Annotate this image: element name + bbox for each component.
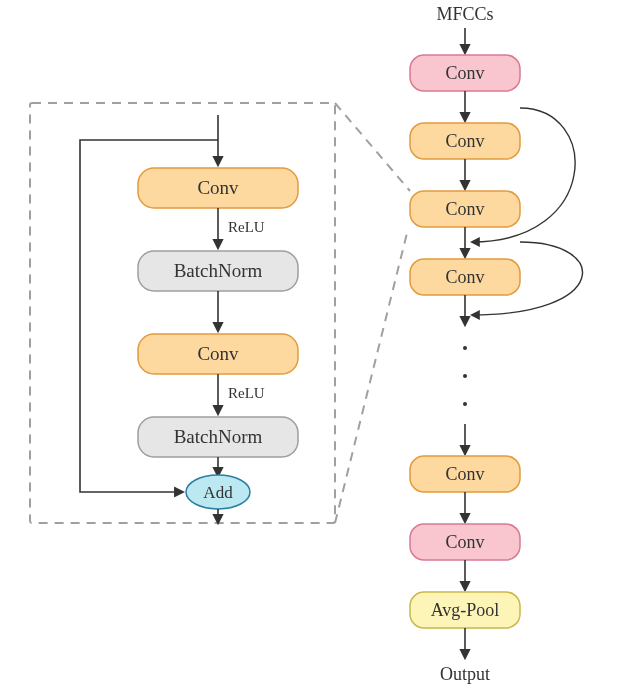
avg-pool-label: Avg-Pool (431, 600, 500, 620)
input-label: MFCCs (436, 4, 493, 24)
res-conv-1-label: Conv (445, 131, 484, 151)
detail-bn2-label: BatchNorm (174, 426, 263, 447)
ellipsis-dot (463, 374, 467, 378)
first-conv-label: Conv (445, 63, 484, 83)
detail-connector-top (335, 103, 410, 191)
res-conv-2-label: Conv (445, 199, 484, 219)
last-conv-label: Conv (445, 532, 484, 552)
detail-add-label: Add (203, 483, 233, 502)
detail-bn1-label: BatchNorm (174, 260, 263, 281)
detail-conv1-label: Conv (197, 177, 239, 198)
architecture-diagram: MFCCs Conv Conv Conv Conv Conv Conv (0, 0, 636, 698)
res-conv-3-label: Conv (445, 267, 484, 287)
res-conv-last-label: Conv (445, 464, 484, 484)
main-chain: MFCCs Conv Conv Conv Conv Conv Conv (410, 4, 582, 684)
detail-box-frame (30, 103, 335, 523)
detail-connector-bottom (335, 229, 408, 523)
detail-relu2-label: ReLU (228, 385, 265, 401)
ellipsis-dot (463, 402, 467, 406)
output-label: Output (440, 664, 490, 684)
detail-conv2-label: Conv (197, 343, 239, 364)
residual-block-detail: Conv ReLU BatchNorm Conv ReLU BatchNorm … (30, 103, 410, 523)
ellipsis-dot (463, 346, 467, 350)
detail-relu1-label: ReLU (228, 219, 265, 235)
